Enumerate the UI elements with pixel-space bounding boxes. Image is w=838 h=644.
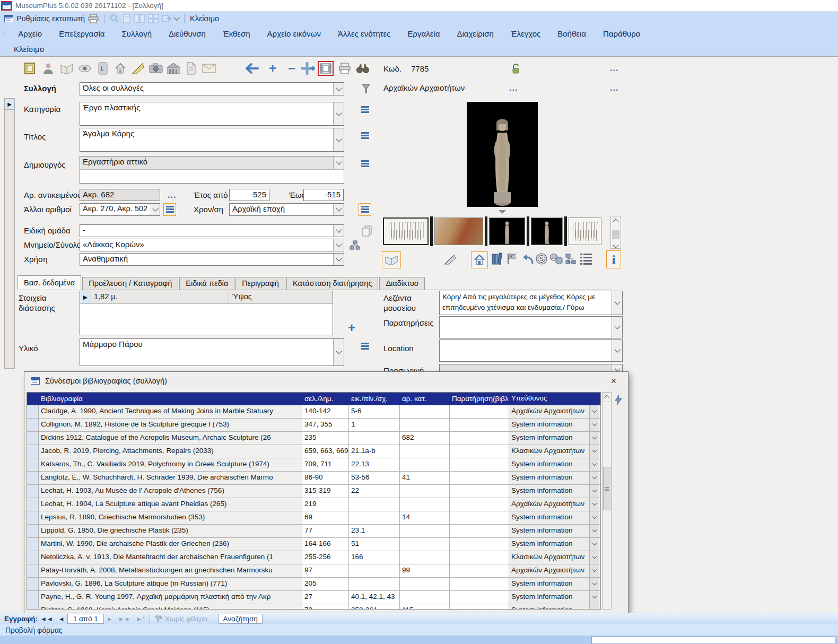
bibliography-row[interactable]: Langlotz, E., W. Schuchhardt, H. Schrade… bbox=[27, 472, 600, 485]
museum-caption-combobox[interactable]: Κόρη/ Από τις μεγαλύτερες σε μέγεθος Κόρ… bbox=[439, 291, 623, 315]
chevron-down-icon[interactable] bbox=[589, 604, 599, 610]
cell-responsible[interactable]: System information bbox=[509, 432, 599, 445]
cell-responsible[interactable]: System information bbox=[509, 578, 599, 590]
cell-pages[interactable]: 27 bbox=[302, 591, 349, 604]
cell-bibliography[interactable]: Katsaros, Th., C. Vasiliadis 2019, Polyc… bbox=[39, 458, 302, 471]
header-note[interactable]: Παρατήρηση(βιβλ bbox=[450, 393, 509, 405]
cell-note[interactable] bbox=[450, 458, 509, 471]
thumbnail-scrollbar[interactable] bbox=[610, 216, 621, 249]
cell-note[interactable] bbox=[450, 538, 509, 551]
dimension-grid[interactable]: ▶ 1,82 μ. Ύψος bbox=[80, 291, 333, 335]
cell-note[interactable] bbox=[450, 564, 509, 577]
cell-figures[interactable] bbox=[349, 578, 400, 590]
cell-note[interactable] bbox=[450, 432, 509, 445]
cell-responsible[interactable]: System information bbox=[509, 591, 599, 604]
location-combobox[interactable] bbox=[439, 340, 623, 362]
cell-figures[interactable]: 5-6 bbox=[349, 405, 400, 418]
cell-responsible[interactable]: System information bbox=[509, 511, 599, 524]
menu-item-Παράθυρο[interactable]: Παράθυρο bbox=[595, 29, 649, 38]
cell-note[interactable] bbox=[450, 498, 509, 511]
cell-pages[interactable]: 659, 663, 669 bbox=[302, 445, 349, 458]
bibliography-row[interactable]: Richter, G. 1968, Korai: Archaic Greek M… bbox=[27, 604, 600, 610]
cell-pages[interactable]: 140-142 bbox=[302, 405, 349, 418]
museum-buildings-icon[interactable] bbox=[166, 62, 181, 75]
search-input[interactable]: Αναζήτηση bbox=[219, 614, 263, 624]
cell-catalog-no[interactable]: 115 bbox=[400, 604, 450, 610]
monument-combobox[interactable]: «Λάκκος Κορών» bbox=[80, 239, 344, 251]
row-selector[interactable] bbox=[27, 578, 39, 590]
document-icon[interactable] bbox=[184, 62, 198, 75]
cell-note[interactable] bbox=[450, 551, 509, 564]
special-group-combobox[interactable]: - bbox=[80, 224, 344, 237]
dimension-type-cell[interactable]: Ύψος bbox=[229, 291, 333, 303]
header-catalog-no[interactable]: αρ. κατ. bbox=[400, 393, 450, 405]
filter-cancel-icon[interactable] bbox=[154, 615, 163, 623]
dialog-title-bar[interactable]: Σύνδεσμοι βιβλιογραφίας (συλλογή) bbox=[24, 372, 628, 390]
cell-figures[interactable]: 40.1, 42.1, 43 bbox=[349, 591, 400, 604]
chevron-down-icon[interactable] bbox=[333, 339, 344, 365]
menu-item-Άλλες ενότητες[interactable]: Άλλες ενότητες bbox=[329, 29, 399, 38]
row-selector[interactable] bbox=[27, 432, 39, 445]
bibliography-row[interactable]: Lepsius, R. 1890, Griechische Marmorstud… bbox=[27, 511, 600, 525]
bibliography-row[interactable]: Claridge, A. 1990, Ancient Techniques of… bbox=[27, 405, 600, 419]
other-numbers-combobox[interactable]: Ακρ. 270, Ακρ. 502 bbox=[80, 203, 160, 216]
cell-catalog-no[interactable] bbox=[400, 419, 450, 431]
chevron-down-icon[interactable] bbox=[589, 458, 599, 471]
cell-catalog-no[interactable]: 41 bbox=[400, 472, 450, 484]
chevron-down-icon[interactable] bbox=[589, 419, 599, 431]
chevron-down-icon[interactable] bbox=[589, 591, 599, 604]
dimension-value-cell[interactable]: 1,82 μ. bbox=[91, 291, 229, 303]
cell-responsible[interactable]: Αρχαϊκών Αρχαιοτήτων bbox=[509, 564, 599, 577]
cell-pages[interactable]: 69 bbox=[302, 511, 349, 524]
print-icon[interactable] bbox=[88, 14, 99, 23]
person-icon[interactable] bbox=[41, 62, 56, 75]
cell-note[interactable] bbox=[450, 591, 509, 604]
cell-responsible[interactable]: System information bbox=[509, 538, 599, 551]
record-selector-strip[interactable]: ▶ bbox=[4, 98, 15, 369]
object-number-field[interactable]: Ακρ. 682 bbox=[80, 189, 160, 201]
last-record-button[interactable]: ►► bbox=[118, 615, 131, 623]
row-selector[interactable] bbox=[27, 485, 39, 498]
thumbnail-manuscript[interactable] bbox=[383, 217, 429, 245]
delete-record-icon[interactable]: − bbox=[284, 62, 299, 75]
cell-figures[interactable]: 22.13 bbox=[349, 458, 400, 471]
row-selector[interactable] bbox=[27, 511, 39, 524]
cell-note[interactable] bbox=[450, 604, 509, 610]
scrollbar-thumb[interactable] bbox=[603, 467, 612, 510]
department-ellipsis-button[interactable]: ... bbox=[509, 85, 518, 91]
thumbnail-statue[interactable] bbox=[531, 217, 563, 245]
cell-catalog-no[interactable] bbox=[400, 538, 450, 551]
chevron-down-icon[interactable] bbox=[151, 204, 160, 215]
row-selector[interactable] bbox=[27, 419, 39, 431]
chevron-down-icon[interactable] bbox=[333, 102, 344, 125]
cell-figures[interactable]: 1 bbox=[349, 419, 400, 431]
cell-responsible[interactable]: Αρχαϊκών Αρχαιοτήτων bbox=[509, 498, 599, 511]
lexicon-icon[interactable]: L bbox=[95, 62, 110, 75]
thumbnail-manuscript[interactable] bbox=[569, 217, 601, 245]
cell-pages[interactable]: 86-90 bbox=[302, 472, 349, 484]
tab-1[interactable]: Προέλευση / Καταγραφή bbox=[82, 277, 178, 290]
menu-item-Έλεγχος[interactable]: Έλεγχος bbox=[502, 29, 549, 38]
cell-bibliography[interactable]: Patay-Horváth, A. 2008, Metallanstückung… bbox=[39, 564, 302, 577]
other-numbers-menu-button[interactable] bbox=[163, 203, 176, 216]
chevron-down-icon[interactable] bbox=[589, 525, 599, 537]
export-icon[interactable] bbox=[162, 14, 172, 23]
tab-4[interactable]: Κατάσταση διατήρησης bbox=[286, 277, 378, 290]
envelope-icon[interactable] bbox=[202, 62, 216, 75]
filter-funnel-icon[interactable] bbox=[359, 82, 373, 96]
cell-figures[interactable] bbox=[349, 511, 400, 524]
add-dimension-button[interactable]: + bbox=[348, 323, 355, 333]
duplicate-record-icon[interactable] bbox=[301, 62, 316, 75]
first-record-button[interactable]: ◄◄ bbox=[40, 615, 53, 623]
category-menu-button[interactable] bbox=[359, 104, 371, 117]
chevron-down-icon[interactable] bbox=[589, 498, 599, 511]
cell-pages[interactable]: 164-166 bbox=[302, 538, 349, 551]
chevron-down-icon[interactable] bbox=[589, 472, 599, 484]
chevron-down-icon[interactable] bbox=[589, 445, 599, 458]
bibliography-row[interactable]: Lippold, G. 1950, Die griechische Plasti… bbox=[27, 525, 600, 538]
bibliography-row[interactable]: Katsaros, Th., C. Vasiliadis 2019, Polyc… bbox=[27, 458, 600, 472]
cell-note[interactable] bbox=[450, 525, 509, 537]
cell-note[interactable] bbox=[450, 578, 509, 590]
address-house-icon[interactable] bbox=[113, 62, 128, 75]
chevron-down-icon[interactable] bbox=[589, 538, 599, 551]
